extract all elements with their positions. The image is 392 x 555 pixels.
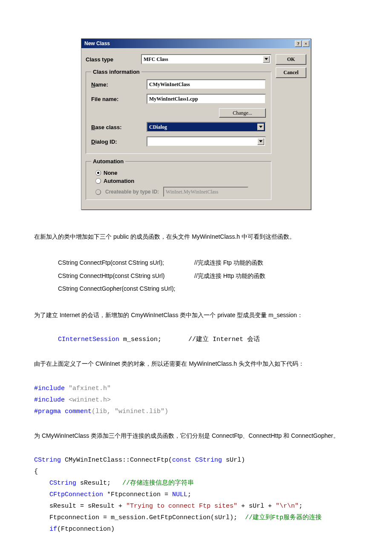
class-information-group: Class information Name: CMyWinInetClass … bbox=[86, 69, 271, 154]
chevron-down-icon[interactable] bbox=[257, 138, 264, 145]
dialog-id-combo[interactable] bbox=[147, 136, 266, 147]
radio-none-row[interactable]: None bbox=[95, 170, 266, 176]
fn3: CString ConnectGopher(const CString sUrl… bbox=[58, 283, 358, 295]
type-id-input: WinInet.MyWinInetClass bbox=[163, 187, 248, 197]
file-name-label: File name: bbox=[91, 96, 147, 102]
session-decl: CInternetSession m_session; //建立 Interne… bbox=[34, 334, 358, 345]
para-3: 由于在上面定义了一个 CWinInet 类的对象，所以还需要在 MyWinIne… bbox=[34, 358, 358, 370]
radio-none-label: None bbox=[104, 170, 118, 176]
connectftp-code: CString CMyWinInetClass::ConnectFtp(cons… bbox=[34, 454, 358, 535]
radio-none[interactable] bbox=[95, 170, 101, 176]
dialog-id-label: Dialog ID: bbox=[91, 139, 147, 145]
fn2: CString ConnectHttp(const CString sUrl)/… bbox=[58, 270, 358, 282]
para-1: 在新加入的类中增加如下三个 public 的成员函数，在头文件 MyWinIne… bbox=[34, 231, 358, 243]
class-type-value: MFC Class bbox=[144, 56, 168, 63]
class-type-combo[interactable]: MFC Class bbox=[141, 54, 271, 64]
cancel-button[interactable]: Cancel bbox=[276, 67, 306, 78]
para-2: 为了建立 Internet 的会话，新增加的 CmyWinInetClass 类… bbox=[34, 309, 358, 321]
radio-automation[interactable] bbox=[95, 178, 101, 184]
base-class-value: CDialog bbox=[149, 124, 167, 130]
para-4: 为 CMyWinInetClass 类添加三个用于连接的成员函数，它们分别是 C… bbox=[34, 430, 358, 442]
change-button[interactable]: Change... bbox=[219, 108, 266, 118]
radio-automation-label: Automation bbox=[104, 178, 134, 184]
fn1: CString ConnectFtp(const CString sUrl);/… bbox=[58, 257, 358, 269]
chevron-down-icon[interactable] bbox=[263, 56, 270, 63]
file-name-input[interactable]: MyWinInetClass1.cpp bbox=[147, 94, 266, 104]
document-body: 在新加入的类中增加如下三个 public 的成员函数，在头文件 MyWinIne… bbox=[34, 231, 358, 535]
new-class-dialog: New Class ? × Class type MFC Class bbox=[81, 38, 311, 210]
radio-automation-row[interactable]: Automation bbox=[95, 178, 266, 184]
close-icon[interactable]: × bbox=[303, 40, 309, 47]
help-icon[interactable]: ? bbox=[295, 40, 302, 47]
ok-button[interactable]: OK bbox=[276, 54, 306, 65]
class-type-label: Class type bbox=[86, 56, 141, 63]
includes-block: #include "afxinet.h" #include <wininet.h… bbox=[34, 383, 358, 417]
radio-createable-label: Createable by type ID: bbox=[105, 189, 159, 195]
base-class-combo[interactable]: CDialog bbox=[147, 122, 266, 132]
dialog-title: New Class bbox=[83, 40, 110, 46]
automation-group: Automation None Automation Createable by… bbox=[86, 158, 271, 200]
class-info-legend: Class information bbox=[91, 69, 141, 75]
base-class-label: Base class: bbox=[91, 124, 147, 130]
name-label: Name: bbox=[91, 81, 147, 88]
automation-legend: Automation bbox=[91, 158, 125, 165]
name-input[interactable]: CMyWinInetClass bbox=[147, 79, 266, 90]
chevron-down-icon[interactable] bbox=[257, 124, 264, 130]
titlebar: New Class ? × bbox=[81, 39, 311, 48]
radio-createable bbox=[95, 189, 101, 195]
